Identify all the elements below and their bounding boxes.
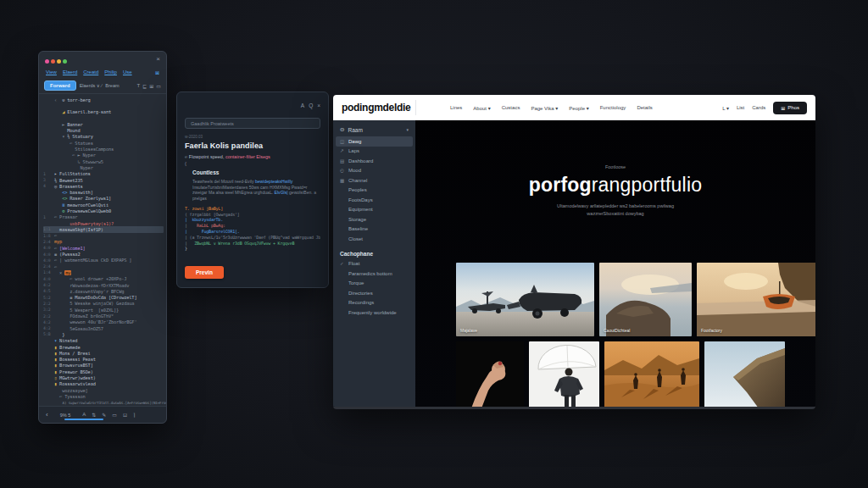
sidebar-item[interactable]: ▤ Dashboard <box>336 156 413 166</box>
header-link[interactable]: List <box>737 105 744 111</box>
code-row[interactable]: 2:2 5 Wesske winjaCW) Gezdaua <box>43 301 166 307</box>
code-row[interactable]: uxbPawerytay(s1)? <box>43 220 166 226</box>
statusbar-icon[interactable]: ✎ <box>102 412 106 418</box>
sidebar-item[interactable]: Frequently worldwide <box>336 308 413 318</box>
code-row[interactable]: ◢ Elaeril.berg-sant <box>43 109 166 115</box>
statusbar-icon[interactable]: ⇅ <box>92 412 96 418</box>
window-control-dot[interactable] <box>63 59 67 64</box>
code-row[interactable]: 4:0 ⌐ wool drower +20XPo-J <box>43 276 166 282</box>
code-row[interactable]: 4 ◎ Brassents <box>43 183 166 189</box>
code-row[interactable]: StilosesCampons <box>43 146 166 152</box>
sidebar-item[interactable]: ▦ Channel <box>336 175 413 186</box>
code-row[interactable]: 4:0 ⌐ | watmentMGlaus CkD EXPAPS ] <box>43 258 166 263</box>
tool-icon[interactable]: ▭ <box>156 83 161 89</box>
code-row[interactable]: ↳ Stwwwrw5 <box>43 158 166 164</box>
statusbar-icon[interactable]: A <box>82 412 86 418</box>
sidebar-item[interactable]: Storage <box>336 214 413 225</box>
code-row[interactable]: ▾ Ninsted <box>43 338 166 344</box>
code-row[interactable]: 4:0 ≡ (Pwsssa2 <box>43 251 166 257</box>
code-row[interactable]: ▾ ⅗ Statuary <box>43 134 166 140</box>
code-line[interactable]: | FugBarsrelCOR1[. <box>185 229 320 235</box>
code-row[interactable]: 1:4 × my <box>43 269 166 275</box>
sidebar-item[interactable]: Recordings <box>336 298 413 308</box>
code-row[interactable]: 1:8 ⌐ <box>43 233 166 239</box>
code-line[interactable]: T. zowsi jBaByL] <box>185 205 320 211</box>
sidebar-item[interactable]: Torque <box>336 279 413 289</box>
photo-cliff-edge[interactable] <box>704 341 785 407</box>
back-icon[interactable]: ‹ <box>46 411 48 419</box>
sidebar-item[interactable]: Baseline <box>336 225 413 235</box>
code-line[interactable]: ( fzrgalbbt [Owwrgads'] <box>185 211 320 217</box>
code-row[interactable]: ▮ Bossessi Peast <box>43 356 166 362</box>
code-line[interactable]: | (a TrzewsL/1v'5r3oUzrwwwan 'Daef (PBUq… <box>185 234 320 240</box>
code-row[interactable] <box>43 103 166 108</box>
code-row[interactable]: ► Banner <box>43 121 166 127</box>
header-icon[interactable]: × <box>317 103 320 108</box>
code-row[interactable]: 1 ⌐ Prassar <box>43 214 166 220</box>
window-control-dot[interactable] <box>57 59 61 64</box>
code-line[interactable]: | ZBwqbNL v Wrena r3dB OSqvqJVFwvw + Krg… <box>185 240 320 246</box>
code-row[interactable]: 4:5 z.dasvwntVapy'r BFCWg <box>43 288 166 294</box>
nav-item[interactable]: People ▾ <box>569 105 588 111</box>
code-row[interactable]: ▮ Preswor BSOe) <box>43 369 166 374</box>
statusbar-icon[interactable]: ▭ <box>112 412 117 418</box>
preview-button[interactable]: Previn <box>185 266 224 279</box>
header-icon[interactable]: A <box>301 103 304 108</box>
header-link[interactable]: Cards <box>752 105 765 111</box>
sidebar-item[interactable]: ◴ Mood <box>336 166 413 176</box>
code-row[interactable]: 4:2 5eGasau3nOZ57 <box>43 325 166 331</box>
code-row[interactable]: 2:2 FOdawsZ br0oGThV° <box>43 313 166 319</box>
header-link[interactable]: L ▾ <box>722 105 729 111</box>
code-row[interactable]: 1 ▸ FullStations <box>43 171 166 177</box>
tool-icon[interactable]: ⊞ <box>149 83 153 89</box>
forward-button[interactable]: Forward <box>44 80 76 91</box>
code-line[interactable]: | kbuzzysdarTb. <box>185 217 320 223</box>
site-logo[interactable]: podingmdeldie <box>342 102 413 114</box>
menu-item[interactable]: Elaerd <box>63 69 77 75</box>
code-row[interactable]: ▯ MGwtrwr)wdest) <box>43 374 166 380</box>
code-row[interactable]: ⌐ Tysssson <box>43 393 166 399</box>
code-row[interactable]: 1:1 masswaSkgf(Isf1P) <box>43 226 164 232</box>
nav-item[interactable]: Details <box>637 105 652 111</box>
code-row[interactable]: 3:2 5 Wespert [s0ZXL]} <box>43 307 166 313</box>
code-row[interactable]: ⌐ Statues <box>43 140 166 146</box>
menu-overflow-icon[interactable]: ⊠ <box>155 69 159 75</box>
code-row[interactable]: ≣ meawroofCwelQvii <box>43 202 166 208</box>
code-row[interactable]: 3 ⅗ Beweet235 <box>43 177 166 183</box>
sidebar-item[interactable]: Paramedics bottom <box>336 269 413 279</box>
nav-item[interactable]: About ▾ <box>473 105 490 111</box>
code-row[interactable]: Mound <box>43 127 166 133</box>
code-row[interactable]: Nyper <box>43 164 166 170</box>
sidebar-item[interactable]: ↗ Laps <box>336 147 413 157</box>
code-row[interactable]: 5:2 ≡ MaxwtDoOvCda [CDrowzelT] <box>43 295 166 301</box>
close-icon[interactable]: × <box>156 56 160 63</box>
menu-item[interactable]: View <box>46 69 57 75</box>
sidebar-item[interactable]: Cachophane <box>336 248 413 259</box>
statusbar-icon[interactable]: ⌉ <box>133 412 135 418</box>
sidebar-root-selector[interactable]: ⊙ Raam ▾ <box>333 124 415 136</box>
sidebar-item[interactable]: FootsDays <box>336 195 413 205</box>
window-control-dot[interactable] <box>45 59 49 64</box>
code-row[interactable]: ▮ Rosssarwivlead <box>43 381 166 387</box>
sidebar-item[interactable]: Equipment <box>336 205 413 215</box>
code-row[interactable]: ▮ BrowsvrusBST] <box>43 363 166 369</box>
photo-beached-boat[interactable]: Footfactory <box>697 263 815 336</box>
header-icon[interactable]: Q <box>309 103 313 108</box>
nav-item[interactable]: Functiology <box>600 105 626 111</box>
code-row[interactable]: A) supwrrowlwGrorT3tatt.duswbs.[A=Frosw=… <box>43 400 166 406</box>
breadcrumb[interactable]: Elaerds ∨ ∕ <box>80 83 103 88</box>
sidebar-item[interactable]: ◫ Dawg <box>336 136 413 147</box>
code-row[interactable]: 4:0 ⌐ [Welcome1] <box>43 245 166 251</box>
tool-icon[interactable]: T <box>137 83 141 89</box>
code-row[interactable]: 2:4 ⌐ <box>43 263 166 269</box>
menu-item[interactable]: Creatd <box>83 69 98 75</box>
statusbar-icon[interactable]: ⊡ <box>123 412 127 418</box>
sidebar-item[interactable]: ✓ Float <box>336 259 413 269</box>
cta-button[interactable]: ⊞Phos <box>773 102 807 114</box>
nav-item[interactable]: Lines <box>450 105 462 111</box>
code-row[interactable]: 2:4 myp <box>43 239 166 245</box>
code-row[interactable]: <> Raser Zoerlyws1] <box>43 196 166 202</box>
code-line[interactable]: | RaLbL pBwAg: <box>185 223 320 229</box>
code-row[interactable]: ⌐ ► Nyper <box>43 152 166 158</box>
code-row[interactable]: <> basswith] <box>43 189 166 195</box>
